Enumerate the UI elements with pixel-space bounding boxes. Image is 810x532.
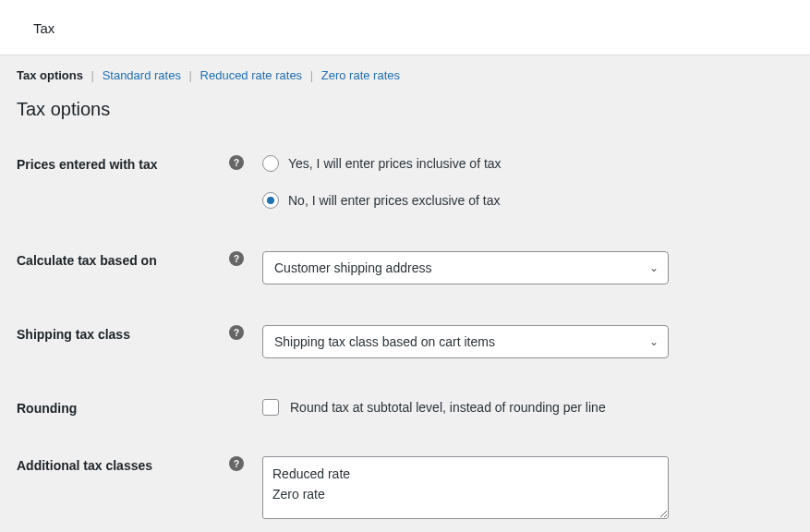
select-value: Shipping tax class based on cart items — [274, 334, 495, 349]
subnav-tab-standard-rates[interactable]: Standard rates — [101, 68, 183, 82]
row-additional-classes: Additional tax classes ? — [17, 456, 793, 519]
label-rounding: Rounding — [17, 401, 77, 416]
label-shipping-tax-class: Shipping tax class — [17, 327, 130, 342]
page-header: Tax — [0, 0, 810, 55]
radio-label: No, I will enter prices exclusive of tax — [288, 193, 501, 208]
subnav-tab-tax-options[interactable]: Tax options — [15, 68, 85, 82]
header-title: Tax — [33, 20, 777, 36]
radio-exclusive[interactable]: No, I will enter prices exclusive of tax — [262, 192, 502, 209]
radio-inclusive[interactable]: Yes, I will enter prices inclusive of ta… — [262, 155, 502, 172]
help-icon[interactable]: ? — [229, 251, 244, 266]
radio-input[interactable] — [262, 155, 279, 172]
checkbox-rounding[interactable]: Round tax at subtotal level, instead of … — [262, 399, 606, 416]
select-value: Customer shipping address — [274, 260, 431, 275]
select-calculate-based-on[interactable]: Customer shipping address ⌄ — [262, 251, 669, 284]
checkbox-label: Round tax at subtotal level, instead of … — [290, 400, 606, 415]
help-icon[interactable]: ? — [229, 325, 244, 340]
textarea-additional-classes[interactable] — [262, 456, 669, 519]
row-prices-with-tax: Prices entered with tax ? Yes, I will en… — [17, 155, 793, 209]
radio-input[interactable] — [262, 192, 279, 209]
subnav-tab-zero-rate-rates[interactable]: Zero rate rates — [320, 68, 402, 82]
subnav-separator: | — [89, 68, 97, 82]
radio-label: Yes, I will enter prices inclusive of ta… — [288, 156, 502, 171]
help-icon[interactable]: ? — [229, 456, 244, 471]
row-shipping-tax-class: Shipping tax class ? Shipping tax class … — [17, 325, 793, 358]
row-rounding: Rounding Round tax at subtotal level, in… — [17, 399, 793, 416]
row-calculate-based-on: Calculate tax based on ? Customer shippi… — [17, 251, 793, 284]
label-prices-with-tax: Prices entered with tax — [17, 157, 158, 172]
chevron-down-icon: ⌄ — [649, 261, 659, 274]
select-shipping-tax-class[interactable]: Shipping tax class based on cart items ⌄ — [262, 325, 669, 358]
help-icon[interactable]: ? — [229, 155, 244, 170]
page-title: Tax options — [17, 99, 793, 120]
chevron-down-icon: ⌄ — [649, 335, 659, 348]
subnav-tab-reduced-rate-rates[interactable]: Reduced rate rates — [199, 68, 305, 82]
label-additional-classes: Additional tax classes — [17, 458, 152, 473]
subnav: Tax options | Standard rates | Reduced r… — [0, 55, 810, 82]
content: Tax options Prices entered with tax ? Ye… — [0, 82, 810, 532]
label-calculate-based-on: Calculate tax based on — [17, 253, 157, 268]
checkbox-input[interactable] — [262, 399, 279, 416]
radio-group-prices-with-tax: Yes, I will enter prices inclusive of ta… — [262, 155, 502, 209]
subnav-separator: | — [187, 68, 195, 82]
subnav-separator: | — [308, 68, 316, 82]
